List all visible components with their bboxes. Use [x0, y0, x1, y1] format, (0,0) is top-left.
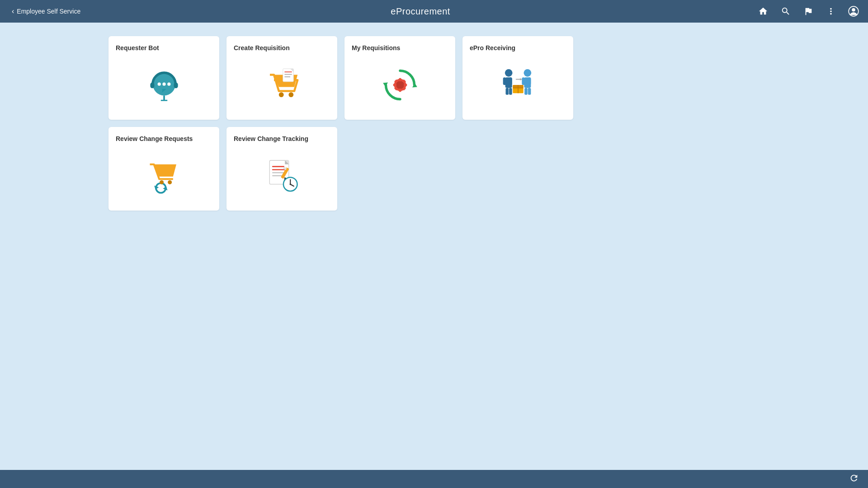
tile-grid: Requester Bot: [0, 23, 868, 224]
svg-rect-39: [528, 88, 531, 94]
refresh-button[interactable]: [849, 473, 859, 485]
flag-icon: [803, 6, 813, 16]
review-change-tracking-icon: [263, 155, 301, 196]
svg-point-19: [396, 81, 404, 89]
svg-point-7: [167, 82, 170, 85]
home-icon-button[interactable]: [756, 4, 770, 19]
tile-create-requisition-title: Create Requisition: [234, 44, 290, 52]
home-icon: [758, 6, 768, 16]
tile-review-change-requests-title: Review Change Requests: [116, 135, 193, 142]
app-footer: [0, 470, 868, 488]
tile-epro-receiving-title: ePro Receiving: [470, 44, 515, 52]
svg-rect-31: [509, 77, 512, 85]
bot-icon: [144, 65, 184, 105]
tile-review-change-tracking-title: Review Change Tracking: [234, 135, 308, 142]
tile-review-change-requests-icon-area: [116, 147, 212, 204]
tile-epro-receiving[interactable]: ePro Receiving: [462, 36, 573, 120]
svg-rect-33: [509, 88, 512, 94]
header-action-icons: [756, 4, 861, 19]
svg-rect-12: [283, 69, 293, 82]
svg-rect-3: [150, 82, 154, 88]
epro-receiving-icon: [495, 65, 541, 105]
svg-rect-36: [522, 77, 525, 85]
tile-requester-bot-title: Requester Bot: [116, 44, 159, 52]
svg-point-47: [160, 180, 164, 184]
svg-rect-38: [524, 88, 528, 94]
more-options-icon-button[interactable]: [824, 4, 838, 19]
tile-create-requisition[interactable]: Create Requisition: [226, 36, 337, 120]
tile-epro-receiving-icon-area: [470, 56, 566, 113]
svg-rect-23: [404, 84, 407, 86]
tile-review-change-tracking[interactable]: Review Change Tracking: [226, 127, 337, 211]
svg-rect-22: [393, 84, 396, 86]
svg-point-11: [288, 92, 293, 97]
tile-review-change-tracking-icon-area: [234, 147, 330, 204]
svg-point-1: [852, 8, 855, 12]
create-requisition-icon: [262, 65, 302, 105]
back-button[interactable]: ‹ Employee Self Service: [7, 5, 85, 18]
my-requisitions-icon: [380, 65, 420, 105]
svg-rect-37: [528, 77, 531, 85]
more-options-icon: [826, 6, 836, 16]
user-icon: [848, 5, 859, 17]
svg-rect-30: [503, 77, 506, 85]
search-icon: [781, 6, 791, 16]
back-arrow-icon: ‹: [12, 7, 14, 15]
tile-my-requisitions-title: My Requisitions: [352, 44, 400, 52]
tile-review-change-requests[interactable]: Review Change Requests: [108, 127, 219, 211]
review-change-requests-icon: [144, 155, 184, 196]
svg-rect-32: [505, 88, 509, 94]
tile-my-requisitions[interactable]: My Requisitions: [344, 36, 455, 120]
svg-marker-17: [383, 82, 388, 87]
app-header: ‹ Employee Self Service eProcurement: [0, 0, 868, 23]
back-label: Employee Self Service: [17, 8, 80, 15]
tile-requester-bot[interactable]: Requester Bot: [108, 36, 219, 120]
page-title: eProcurement: [85, 6, 756, 17]
svg-point-48: [168, 180, 172, 184]
svg-marker-16: [412, 83, 417, 87]
svg-point-10: [278, 92, 283, 97]
flag-icon-button[interactable]: [801, 4, 816, 19]
svg-rect-21: [399, 89, 401, 92]
tile-my-requisitions-icon-area: [352, 56, 448, 113]
search-icon-button[interactable]: [778, 4, 793, 19]
svg-point-6: [162, 82, 165, 85]
svg-rect-4: [174, 82, 178, 88]
svg-point-5: [157, 82, 160, 85]
tile-requester-bot-icon-area: [116, 56, 212, 113]
tile-create-requisition-icon-area: [234, 56, 330, 113]
svg-point-28: [505, 69, 512, 77]
user-icon-button[interactable]: [846, 4, 861, 19]
refresh-icon: [849, 473, 859, 483]
svg-point-34: [524, 69, 531, 77]
svg-rect-20: [399, 78, 401, 81]
svg-point-60: [290, 183, 291, 185]
